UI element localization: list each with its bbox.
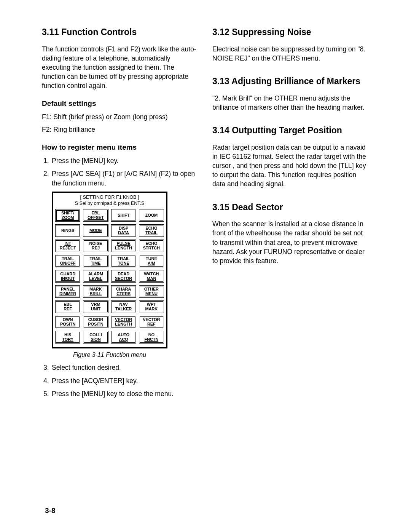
function-menu-button[interactable]: VECTORREF <box>139 316 164 328</box>
function-menu-button[interactable]: SHIFT/ZOOM <box>55 209 80 222</box>
function-menu-button[interactable]: OWNPOSITN <box>55 316 80 328</box>
heading-3-15: 3.15 Dead Sector <box>212 202 369 213</box>
register-steps-bottom: 3.Select function desired.4.Press the [A… <box>42 363 199 399</box>
paragraph-3-14: Radar target position data can be output… <box>212 143 369 189</box>
function-menu-button[interactable]: NOISEREJ <box>83 240 108 252</box>
function-menu-button[interactable]: TRAILON/OFF <box>55 255 80 267</box>
function-menu-button[interactable]: ALARMLEVEL <box>83 270 108 283</box>
list-item: 5.Press the [MENU] key to close the menu… <box>42 389 199 399</box>
function-menu-button[interactable]: SHIFT <box>111 209 136 222</box>
function-menu-button[interactable]: TRAILTIME <box>83 255 108 267</box>
list-item: 1.Press the [MENU] key. <box>42 156 199 166</box>
heading-register-menu: How to register menu items <box>42 143 199 152</box>
function-menu-button[interactable]: CUSORPOSITN <box>83 316 108 328</box>
register-steps-top: 1.Press the [MENU] key.2.Press [A/C SEA]… <box>42 156 199 188</box>
heading-3-12: 3.12 Suppressing Noise <box>212 27 369 38</box>
function-menu-button[interactable]: EBLREF <box>55 300 80 313</box>
function-menu-button[interactable]: COLLISION <box>83 331 108 343</box>
paragraph-3-11: The function controls (F1 and F2) work l… <box>42 45 199 91</box>
function-menu-button[interactable]: PANELDIMMER <box>55 285 80 298</box>
function-button-grid: SHIFT/ZOOMEBLOFFSETSHIFTZOOMRINGSMODEDIS… <box>55 209 164 343</box>
function-menu-button[interactable]: NOFNCTN <box>139 331 164 343</box>
function-menu-button[interactable]: VECTORLENGTH <box>111 316 136 328</box>
function-menu-button[interactable]: CHARACTERS <box>111 285 136 298</box>
function-menu-button[interactable]: GUARDIN/OUT <box>55 270 80 283</box>
figure-caption-3-11: Figure 3-11 Function menu <box>52 351 167 358</box>
function-menu-button[interactable]: ECHOTRAIL <box>139 224 164 237</box>
page-number: 3-8 <box>45 506 55 515</box>
function-menu-button[interactable]: ZOOM <box>139 209 164 222</box>
heading-3-11: 3.11 Function Controls <box>42 27 199 38</box>
function-menu-button[interactable]: OTHERMENU <box>139 285 164 298</box>
function-menu-button[interactable]: HISTORY <box>55 331 80 343</box>
list-item: 4.Press the [ACQ/ENTER] key. <box>42 376 199 386</box>
function-menu-button[interactable]: VRMUNIT <box>83 300 108 313</box>
paragraph-3-12: Electrical noise can be suppressed by tu… <box>212 45 369 63</box>
function-menu-button[interactable]: TUNEA/M <box>139 255 164 267</box>
paragraph-3-13: "2. Mark Brill" on the OTHER menu adjust… <box>212 94 369 112</box>
function-menu-button[interactable]: DISPDATA <box>111 224 136 237</box>
function-menu-button[interactable]: DEADSECTOR <box>111 270 136 283</box>
function-menu-button[interactable]: RINGS <box>55 224 80 237</box>
list-item: 2.Press [A/C SEA] (F1) or [A/C RAIN] (F2… <box>42 169 199 188</box>
function-menu-button[interactable]: INTREJECT <box>55 240 80 252</box>
function-menu-button[interactable]: EBLOFFSET <box>83 209 108 222</box>
default-f2: F2: Ring brilliance <box>42 125 199 134</box>
menu-box-title: [ SETTING FOR F1 KNOB ] S Sel by omnipad… <box>55 195 164 206</box>
function-menu-button[interactable]: ECHOSTRTCH <box>139 240 164 252</box>
function-menu-button[interactable]: MARKBRILL <box>83 285 108 298</box>
function-menu-button[interactable]: WPTMARK <box>139 300 164 313</box>
function-menu-button[interactable]: PULSELENGTH <box>111 240 136 252</box>
function-menu-button[interactable]: AUTOACQ <box>111 331 136 343</box>
function-menu-button[interactable]: TRAILTONE <box>111 255 136 267</box>
function-menu-box: [ SETTING FOR F1 KNOB ] S Sel by omnipad… <box>52 192 167 348</box>
default-f1: F1: Shift (brief press) or Zoom (long pr… <box>42 112 199 121</box>
function-menu-button[interactable]: NAVTALKER <box>111 300 136 313</box>
heading-default-settings: Default settings <box>42 99 199 108</box>
left-column: 3.11 Function Controls The function cont… <box>42 27 199 403</box>
heading-3-14: 3.14 Outputting Target Position <box>212 125 369 136</box>
paragraph-3-15: When the scanner is installed at a close… <box>212 219 369 265</box>
function-menu-button[interactable]: WATCHMAN <box>139 270 164 283</box>
function-menu-button[interactable]: MODE <box>83 224 108 237</box>
heading-3-13: 3.13 Adjusting Brilliance of Markers <box>212 76 369 87</box>
right-column: 3.12 Suppressing Noise Electrical noise … <box>212 27 369 403</box>
list-item: 3.Select function desired. <box>42 363 199 372</box>
